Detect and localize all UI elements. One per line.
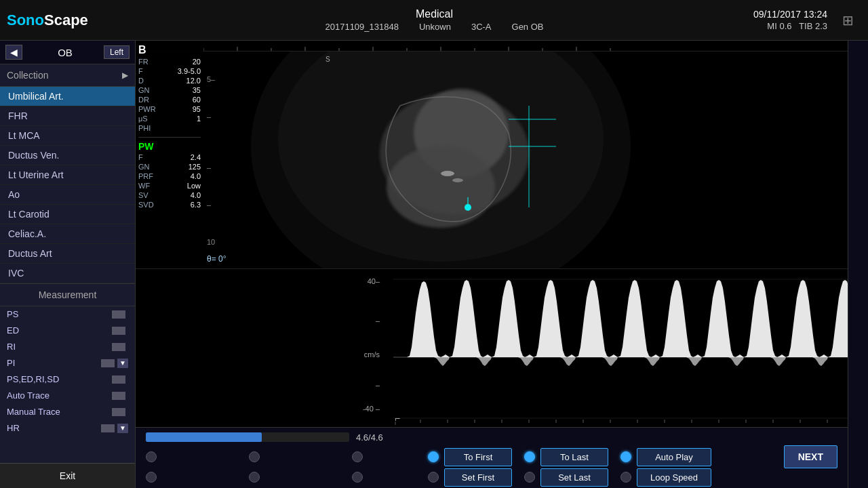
param-pw-prf-label: PRF (138, 172, 153, 180)
logo: SonoScape (7, 12, 115, 29)
auto-play-button[interactable]: Auto Play (637, 448, 711, 466)
param-pw-gn-row: GN 125 (138, 162, 201, 171)
radio-2-row1[interactable] (249, 451, 260, 462)
bottom-controls: 4.6/4.6 To First To Last Auto Play NEXT (136, 427, 848, 488)
sidebar-item-ao[interactable]: Ao (0, 185, 135, 205)
radio-1-row1[interactable] (146, 451, 157, 462)
measure-pi-bar (101, 359, 115, 367)
radio-2-row2[interactable] (249, 472, 260, 483)
svg-point-18 (387, 146, 495, 228)
param-us-row: μS 1 (138, 114, 201, 123)
sidebar-item-umbilical[interactable]: Umbilical Art. (0, 87, 135, 106)
radio-1-row2[interactable] (146, 472, 157, 483)
measure-pi-dropdown[interactable]: ▼ (117, 359, 128, 368)
svg-point-19 (441, 171, 454, 176)
measure-manual-trace[interactable]: Manual Trace (0, 404, 135, 420)
depth-ruler (203, 52, 214, 268)
svg-marker-66 (407, 281, 450, 357)
measure-ps-label: PS (7, 309, 112, 319)
svg-text:–: – (376, 381, 380, 389)
svg-marker-72 (660, 280, 702, 357)
param-fr-value: 20 (193, 58, 201, 66)
set-last-button[interactable]: Set Last (540, 468, 608, 487)
header-medical: Medical (416, 8, 453, 20)
sidebar-left-button[interactable]: Left (104, 45, 130, 59)
sidebar-item-ductusven[interactable]: Ductus Ven. (0, 146, 135, 165)
radio-loop-speed[interactable] (620, 472, 631, 483)
sidebar-item-ductusart[interactable]: Ductus Art (0, 244, 135, 264)
sidebar-top: ◀ OB Left (0, 41, 135, 64)
param-b-row: B (138, 43, 201, 57)
header-icon: ⊞ (834, 12, 861, 28)
set-first-button[interactable]: Set First (444, 468, 512, 487)
loop-speed-button[interactable]: Loop Speed (637, 468, 711, 487)
svg-text:cm/s: cm/s (364, 350, 380, 359)
svg-marker-67 (450, 280, 492, 357)
exit-button[interactable]: Exit (0, 463, 135, 488)
svg-marker-85 (770, 357, 786, 366)
radio-to-last[interactable] (524, 451, 535, 462)
collection-header[interactable]: Collection ▶ (0, 64, 135, 87)
measure-manual-trace-bar (112, 408, 125, 416)
control-row-1: To First To Last Auto Play NEXT (136, 447, 848, 467)
sidebar-back-button[interactable]: ◀ (5, 45, 22, 60)
scan-doppler-area: 5– – – – 10 θ= 0° S 40– (136, 41, 848, 427)
measure-ps-ed-ri-sd[interactable]: PS,ED,RI,SD (0, 371, 135, 388)
param-b-label: B (138, 44, 146, 56)
radio-3-row2[interactable] (352, 472, 363, 483)
param-gn-row: GN 35 (138, 85, 201, 95)
sidebar-item-fhr[interactable]: FHR (0, 106, 135, 126)
sidebar-item-ltcarotid[interactable]: Lt Carotid (0, 205, 135, 224)
param-d-label: D (138, 77, 144, 85)
radio-to-first[interactable] (428, 451, 439, 462)
param-pw-f-label: F (138, 153, 143, 161)
svg-marker-79 (518, 357, 534, 366)
logo-scape: Scape (44, 12, 88, 28)
measure-ps-ed-ri-sd-label: PS,ED,RI,SD (7, 374, 112, 384)
sidebar-item-ivc[interactable]: IVC (0, 264, 135, 283)
params-panel: B FR 20 F 3.9-5.0 D 12.0 GN 35 DR 60 (136, 41, 203, 212)
svg-marker-78 (476, 357, 492, 366)
progress-bar-container[interactable] (146, 432, 349, 442)
measure-hr[interactable]: HR ▼ (0, 420, 135, 436)
measure-ri[interactable]: RI (0, 339, 135, 355)
doppler-area: 40– – cm/s – -40 – ⌐ ⌐ (136, 268, 848, 427)
progress-row: 4.6/4.6 (136, 428, 848, 447)
sidebar-item-celiaca[interactable]: Celiac.A. (0, 224, 135, 244)
radio-set-first[interactable] (428, 472, 439, 483)
param-phi-row: PHI (138, 123, 201, 133)
param-pw-f-value: 2.4 (191, 153, 201, 161)
param-dr-value: 60 (193, 96, 201, 104)
sidebar: ◀ OB Left Collection ▶ Umbilical Art. FH… (0, 41, 136, 488)
measure-ed[interactable]: ED (0, 323, 135, 339)
param-pwr-row: PWR 95 (138, 104, 201, 114)
to-first-button[interactable]: To First (444, 448, 512, 466)
param-phi-label: PHI (138, 124, 151, 132)
measure-auto-trace[interactable]: Auto Trace (0, 388, 135, 404)
doppler-svg: 40– – cm/s – -40 – ⌐ ⌐ (136, 269, 848, 427)
header-mi-tib: MI 0.6 TIB 2.3 (767, 21, 827, 31)
param-pw-svd-label: SVD (138, 201, 154, 209)
sidebar-item-ltuterineart[interactable]: Lt Uterine Art (0, 165, 135, 185)
param-pw-sv-label: SV (138, 191, 149, 199)
param-pwr-label: PWR (138, 105, 156, 113)
svg-marker-73 (702, 280, 744, 357)
header-center: Medical 20171109_131848 Unkown 3C-A Gen … (115, 8, 753, 32)
measure-ps[interactable]: PS (0, 306, 135, 323)
measure-list: PS ED RI PI ▼ PS,ED,RI,SD Auto Trace (0, 306, 135, 436)
sidebar-mode-label: OB (26, 47, 104, 58)
next-button[interactable]: NEXT (784, 445, 837, 468)
measure-hr-dropdown[interactable]: ▼ (117, 424, 128, 433)
sidebar-item-ltmca[interactable]: Lt MCA (0, 126, 135, 146)
svg-marker-76 (828, 280, 848, 357)
svg-text:-40 –: -40 – (363, 405, 380, 413)
measure-pi[interactable]: PI ▼ (0, 355, 135, 371)
radio-3-row1[interactable] (352, 451, 363, 462)
bmode-svg: 5– – – – 10 θ= 0° S (203, 52, 848, 268)
svg-marker-82 (644, 357, 660, 366)
radio-auto-play[interactable] (620, 451, 631, 462)
to-last-button[interactable]: To Last (540, 448, 608, 466)
svg-text:40–: 40– (368, 277, 380, 285)
radio-set-last[interactable] (524, 472, 535, 483)
svg-text:S: S (326, 56, 330, 63)
